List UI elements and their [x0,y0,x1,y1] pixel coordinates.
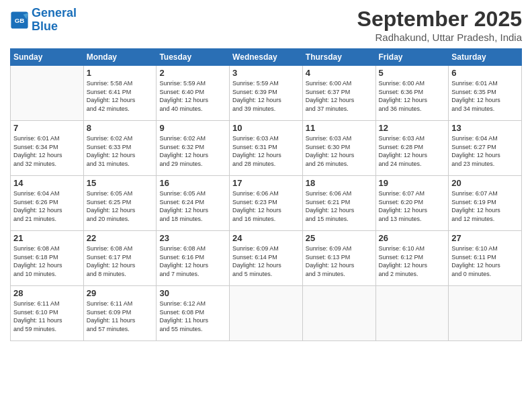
logo-icon: GB [10,11,29,30]
day-number: 14 [13,178,81,188]
day-cell: 20Sunrise: 6:07 AM Sunset: 6:19 PM Dayli… [449,176,522,231]
day-cell: 16Sunrise: 6:05 AM Sunset: 6:24 PM Dayli… [157,176,230,231]
day-cell: 5Sunrise: 6:00 AM Sunset: 6:36 PM Daylig… [375,66,449,121]
day-number: 5 [379,68,446,78]
day-number: 24 [232,233,300,243]
day-info: Sunrise: 6:08 AM Sunset: 6:16 PM Dayligh… [159,244,226,278]
day-info: Sunrise: 6:02 AM Sunset: 6:32 PM Dayligh… [159,134,226,168]
day-number: 16 [159,178,226,188]
day-number: 4 [306,68,373,78]
day-cell: 28Sunrise: 6:11 AM Sunset: 6:10 PM Dayli… [11,286,84,341]
day-number: 3 [232,68,300,78]
logo-line2: Blue [32,19,58,33]
week-row-4: 21Sunrise: 6:08 AM Sunset: 6:18 PM Dayli… [11,231,522,286]
day-info: Sunrise: 6:09 AM Sunset: 6:14 PM Dayligh… [232,244,300,278]
svg-text:GB: GB [15,17,25,24]
day-cell: 25Sunrise: 6:09 AM Sunset: 6:13 PM Dayli… [302,231,375,286]
day-info: Sunrise: 6:10 AM Sunset: 6:11 PM Dayligh… [451,244,519,278]
day-cell: 10Sunrise: 6:03 AM Sunset: 6:31 PM Dayli… [230,121,303,176]
day-number: 27 [451,233,519,243]
day-info: Sunrise: 6:02 AM Sunset: 6:33 PM Dayligh… [87,134,154,168]
day-info: Sunrise: 6:07 AM Sunset: 6:19 PM Dayligh… [451,189,519,223]
day-number: 29 [87,288,154,298]
day-cell: 15Sunrise: 6:05 AM Sunset: 6:25 PM Dayli… [83,176,157,231]
day-number: 23 [159,233,226,243]
day-info: Sunrise: 6:11 AM Sunset: 6:10 PM Dayligh… [13,300,81,333]
day-number: 30 [159,288,226,298]
day-cell: 21Sunrise: 6:08 AM Sunset: 6:18 PM Dayli… [11,231,84,286]
day-info: Sunrise: 6:07 AM Sunset: 6:20 PM Dayligh… [379,189,446,223]
day-info: Sunrise: 6:06 AM Sunset: 6:23 PM Dayligh… [232,189,300,223]
week-row-2: 7Sunrise: 6:01 AM Sunset: 6:34 PM Daylig… [11,121,522,176]
day-cell [449,286,522,341]
header-row: SundayMondayTuesdayWednesdayThursdayFrid… [11,49,522,66]
day-number: 19 [379,178,446,188]
day-cell: 19Sunrise: 6:07 AM Sunset: 6:20 PM Dayli… [375,176,449,231]
day-cell: 27Sunrise: 6:10 AM Sunset: 6:11 PM Dayli… [449,231,522,286]
day-info: Sunrise: 6:00 AM Sunset: 6:36 PM Dayligh… [379,79,446,113]
month-title: September 2025 [357,7,522,32]
col-header-saturday: Saturday [449,49,522,66]
day-info: Sunrise: 6:01 AM Sunset: 6:35 PM Dayligh… [451,79,519,113]
day-info: Sunrise: 5:59 AM Sunset: 6:40 PM Dayligh… [159,79,226,113]
day-info: Sunrise: 5:59 AM Sunset: 6:39 PM Dayligh… [232,79,300,113]
day-cell: 24Sunrise: 6:09 AM Sunset: 6:14 PM Dayli… [230,231,303,286]
day-number: 26 [379,233,446,243]
logo-text: General Blue [32,7,77,34]
day-cell: 11Sunrise: 6:03 AM Sunset: 6:30 PM Dayli… [302,121,375,176]
day-info: Sunrise: 6:04 AM Sunset: 6:26 PM Dayligh… [13,189,81,223]
day-cell: 4Sunrise: 6:00 AM Sunset: 6:37 PM Daylig… [302,66,375,121]
week-row-5: 28Sunrise: 6:11 AM Sunset: 6:10 PM Dayli… [11,286,522,341]
day-number: 25 [306,233,373,243]
day-info: Sunrise: 6:05 AM Sunset: 6:25 PM Dayligh… [87,189,154,223]
day-cell: 9Sunrise: 6:02 AM Sunset: 6:32 PM Daylig… [157,121,230,176]
day-info: Sunrise: 6:03 AM Sunset: 6:31 PM Dayligh… [232,134,300,168]
day-cell: 7Sunrise: 6:01 AM Sunset: 6:34 PM Daylig… [11,121,84,176]
col-header-friday: Friday [375,49,449,66]
day-cell [230,286,303,341]
logo-line1: General [32,6,77,19]
day-number: 28 [13,288,81,298]
col-header-tuesday: Tuesday [157,49,230,66]
day-cell [11,66,84,121]
day-number: 12 [379,123,446,133]
day-info: Sunrise: 6:11 AM Sunset: 6:09 PM Dayligh… [87,300,154,333]
day-cell: 12Sunrise: 6:03 AM Sunset: 6:28 PM Dayli… [375,121,449,176]
day-number: 8 [87,123,154,133]
day-cell: 2Sunrise: 5:59 AM Sunset: 6:40 PM Daylig… [157,66,230,121]
day-cell [375,286,449,341]
day-number: 21 [13,233,81,243]
day-cell: 22Sunrise: 6:08 AM Sunset: 6:17 PM Dayli… [83,231,157,286]
day-info: Sunrise: 6:08 AM Sunset: 6:18 PM Dayligh… [13,244,81,278]
day-cell: 17Sunrise: 6:06 AM Sunset: 6:23 PM Dayli… [230,176,303,231]
day-number: 22 [87,233,154,243]
day-info: Sunrise: 6:12 AM Sunset: 6:08 PM Dayligh… [159,300,226,333]
day-number: 2 [159,68,226,78]
location-title: Radhakund, Uttar Pradesh, India [357,32,522,43]
day-info: Sunrise: 6:03 AM Sunset: 6:30 PM Dayligh… [306,134,373,168]
day-cell [302,286,375,341]
col-header-sunday: Sunday [11,49,84,66]
day-cell: 29Sunrise: 6:11 AM Sunset: 6:09 PM Dayli… [83,286,157,341]
day-info: Sunrise: 6:05 AM Sunset: 6:24 PM Dayligh… [159,189,226,223]
day-number: 10 [232,123,300,133]
day-cell: 26Sunrise: 6:10 AM Sunset: 6:12 PM Dayli… [375,231,449,286]
day-info: Sunrise: 6:00 AM Sunset: 6:37 PM Dayligh… [306,79,373,113]
day-number: 20 [451,178,519,188]
header: GB General Blue September 2025 Radhakund… [10,7,522,43]
day-cell: 6Sunrise: 6:01 AM Sunset: 6:35 PM Daylig… [449,66,522,121]
day-cell: 13Sunrise: 6:04 AM Sunset: 6:27 PM Dayli… [449,121,522,176]
week-row-3: 14Sunrise: 6:04 AM Sunset: 6:26 PM Dayli… [11,176,522,231]
day-number: 9 [159,123,226,133]
calendar-table: SundayMondayTuesdayWednesdayThursdayFrid… [10,48,522,341]
day-info: Sunrise: 6:01 AM Sunset: 6:34 PM Dayligh… [13,134,81,168]
day-info: Sunrise: 6:10 AM Sunset: 6:12 PM Dayligh… [379,244,446,278]
day-number: 13 [451,123,519,133]
day-cell: 23Sunrise: 6:08 AM Sunset: 6:16 PM Dayli… [157,231,230,286]
day-cell: 18Sunrise: 6:06 AM Sunset: 6:21 PM Dayli… [302,176,375,231]
col-header-monday: Monday [83,49,157,66]
day-cell: 14Sunrise: 6:04 AM Sunset: 6:26 PM Dayli… [11,176,84,231]
day-cell: 1Sunrise: 5:58 AM Sunset: 6:41 PM Daylig… [83,66,157,121]
day-info: Sunrise: 6:03 AM Sunset: 6:28 PM Dayligh… [379,134,446,168]
day-number: 15 [87,178,154,188]
